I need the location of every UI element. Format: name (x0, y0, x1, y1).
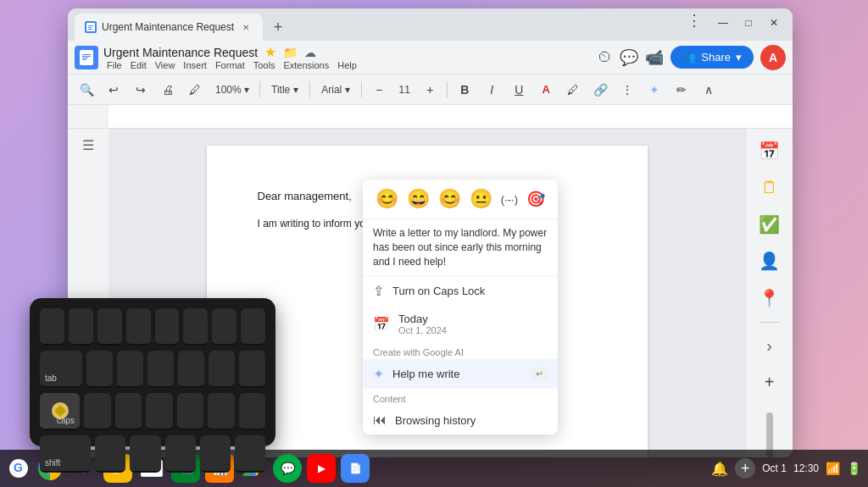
google-logo[interactable]: G (7, 457, 31, 480)
star-icon[interactable]: ★ (264, 44, 276, 60)
menu-help[interactable]: Help (334, 60, 360, 70)
sidebar-tasks-icon[interactable]: ✅ (754, 211, 785, 238)
key-4-4[interactable] (165, 435, 196, 473)
minimize-button[interactable]: — (711, 11, 735, 35)
emoji-happy[interactable]: 😊 (435, 186, 465, 212)
font-select[interactable]: Arial ▾ (315, 81, 356, 98)
menu-extensions[interactable]: Extensions (280, 60, 332, 70)
key-2-2[interactable] (86, 351, 113, 388)
sidebar-people-icon[interactable]: 👤 (754, 248, 785, 275)
sidebar-notes-icon[interactable]: 🗒 (754, 174, 785, 202)
emoji-grin[interactable]: 😄 (403, 186, 433, 212)
folder-icon[interactable]: 📁 (283, 46, 298, 59)
key-4-5[interactable] (200, 435, 231, 473)
sidebar-maps-icon[interactable]: 📍 (754, 285, 785, 312)
underline-button[interactable]: U (507, 78, 531, 102)
key-1-7[interactable] (212, 308, 236, 346)
key-3-4[interactable] (146, 393, 172, 430)
key-1-5[interactable] (155, 308, 180, 346)
emoji-neutral[interactable]: 😐 (466, 186, 496, 212)
more-options-button[interactable]: ⋮ (682, 8, 706, 32)
key-2-6[interactable] (209, 351, 235, 388)
key-4-6[interactable] (235, 435, 265, 473)
key-1-6[interactable] (183, 308, 208, 346)
key-2-4[interactable] (147, 351, 174, 388)
font-size-decrease[interactable]: − (367, 78, 391, 102)
taskbar-chat-icon[interactable]: 💬 (273, 454, 302, 483)
caps-diamond-icon (53, 405, 65, 417)
taskbar-youtube-icon[interactable]: ▶ (307, 454, 336, 483)
sidebar-calendar-icon[interactable]: 📅 (754, 137, 785, 164)
key-1-2[interactable] (69, 308, 93, 346)
caps-key[interactable]: caps (40, 393, 80, 430)
emoji-smile[interactable]: 😊 (372, 186, 402, 212)
text-color-button[interactable]: A (534, 78, 558, 102)
search-toolbar-btn[interactable]: 🔍 (75, 78, 98, 102)
key-1-1[interactable] (40, 308, 64, 346)
link-button[interactable]: 🔗 (588, 78, 612, 102)
active-tab[interactable]: Urgent Maintenance Request ✕ (75, 14, 263, 41)
redo-button[interactable]: ↪ (129, 78, 153, 102)
key-1-3[interactable] (97, 308, 122, 346)
help-me-write-item[interactable]: ✦ Help me write ↵ (363, 359, 558, 389)
history-icon[interactable]: ⏲ (598, 48, 613, 66)
emoji-code[interactable]: (·-·) (498, 191, 521, 208)
suggestion-popup: 😊 😄 😊 😐 (·-·) 🎯 Write a letter to my lan… (363, 180, 558, 434)
menu-insert[interactable]: Insert (180, 60, 210, 70)
doc-title[interactable]: Urgent Maintenance Request (103, 46, 258, 59)
today-item[interactable]: 📅 Today Oct 1, 2024 (363, 306, 558, 342)
ai-button[interactable]: ✦ (643, 78, 666, 102)
italic-button[interactable]: I (480, 78, 504, 102)
taskbar-plus-icon[interactable]: + (735, 458, 755, 479)
sidebar-expand-icon[interactable]: › (754, 332, 785, 359)
menu-format[interactable]: Format (212, 60, 248, 70)
emoji-ai-icon[interactable]: 🎯 (523, 188, 548, 210)
chevron-up-button[interactable]: ∧ (697, 78, 721, 102)
key-3-3[interactable] (115, 393, 142, 430)
key-2-7[interactable] (239, 351, 265, 388)
comment-icon[interactable]: 💬 (620, 48, 638, 67)
shift-key[interactable]: shift (40, 435, 91, 473)
zoom-select[interactable]: 100% ▾ (210, 82, 254, 97)
key-1-4[interactable] (126, 308, 151, 346)
video-icon[interactable]: 📹 (645, 48, 664, 67)
taskbar-notification-icon[interactable]: 🔔 (711, 461, 728, 477)
tab-close-button[interactable]: ✕ (239, 20, 253, 34)
close-button[interactable]: ✕ (762, 11, 786, 35)
undo-button[interactable]: ↩ (102, 78, 125, 102)
menu-file[interactable]: File (103, 60, 125, 70)
key-1-8[interactable] (241, 308, 265, 346)
sidebar-add-icon[interactable]: + (754, 369, 785, 396)
print-button[interactable]: 🖨 (156, 78, 180, 102)
highlight-button[interactable]: 🖊 (561, 78, 585, 102)
text-input-area[interactable]: Write a letter to my landlord. My power … (363, 219, 558, 276)
taskbar-docs-icon[interactable]: 📄 (341, 454, 370, 483)
more-toolbar-button[interactable]: ⋮ (615, 78, 639, 102)
key-3-2[interactable] (84, 393, 110, 430)
menu-edit[interactable]: Edit (127, 60, 150, 70)
key-2-3[interactable] (117, 351, 143, 388)
key-3-7[interactable] (239, 393, 265, 430)
cloud-icon[interactable]: ☁ (304, 46, 316, 59)
font-size-increase[interactable]: + (418, 78, 442, 102)
user-avatar[interactable]: A (760, 45, 786, 70)
share-button[interactable]: 👥 Share ▾ (670, 46, 754, 69)
caps-lock-item[interactable]: ⇪ Turn on Caps Lock (363, 276, 558, 306)
maximize-button[interactable]: □ (737, 11, 760, 35)
style-select[interactable]: Title ▾ (265, 81, 304, 98)
key-3-5[interactable] (177, 393, 203, 430)
menu-view[interactable]: View (152, 60, 179, 70)
paint-format-button[interactable]: 🖊 (183, 78, 207, 102)
outline-icon[interactable]: ☰ (82, 137, 94, 153)
bold-button[interactable]: B (453, 78, 476, 102)
font-size-value[interactable]: 11 (392, 82, 416, 97)
key-2-5[interactable] (178, 351, 204, 388)
menu-tools[interactable]: Tools (250, 60, 279, 70)
pencil-button[interactable]: ✏ (670, 78, 693, 102)
tab-key[interactable]: tab (40, 351, 82, 388)
new-tab-button[interactable]: + (266, 15, 290, 39)
key-4-3[interactable] (130, 435, 160, 473)
key-4-2[interactable] (95, 435, 125, 473)
key-3-6[interactable] (208, 393, 234, 430)
browsing-history-item[interactable]: ⏮ Browsing history (363, 406, 558, 434)
